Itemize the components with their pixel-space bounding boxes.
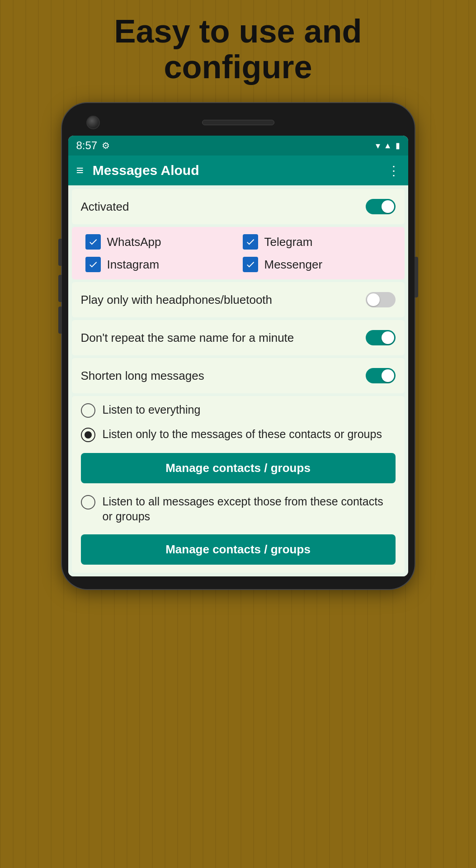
- manage-contacts-button-2[interactable]: Manage contacts / groups: [81, 534, 396, 565]
- signal-icon: ▲: [384, 141, 392, 151]
- checkbox-whatsapp-label: WhatsApp: [107, 235, 161, 249]
- camera: [86, 116, 100, 129]
- hamburger-icon[interactable]: ≡: [76, 164, 84, 177]
- speaker: [202, 120, 274, 125]
- radio-listen-everything[interactable]: Listen to everything: [81, 402, 396, 418]
- radio-label-only: Listen only to the messages of these con…: [103, 427, 382, 442]
- no-repeat-label: Don't repeat the same name for a minute: [81, 331, 294, 345]
- headline-text: Easy to use and: [114, 13, 362, 49]
- checkbox-telegram-label: Telegram: [264, 235, 313, 249]
- checkbox-instagram-box: [85, 257, 101, 272]
- activated-label: Activated: [81, 200, 129, 214]
- phone-screen: 8:57 ⚙ ▾ ▲ ▮ ≡ Messages Aloud ⋮ Activate…: [68, 136, 408, 576]
- checkbox-messenger[interactable]: Messenger: [243, 257, 391, 272]
- time-display: 8:57: [76, 139, 98, 152]
- app-toolbar: ≡ Messages Aloud ⋮: [68, 156, 408, 185]
- radio-circle-except: [81, 495, 95, 509]
- phone-top-bar: [68, 111, 408, 136]
- checkbox-whatsapp-box: [85, 234, 101, 250]
- shorten-toggle[interactable]: [366, 368, 396, 383]
- headphones-label: Play only with headphones/bluetooth: [81, 293, 273, 307]
- battery-icon: ▮: [396, 141, 400, 151]
- activated-card: Activated: [72, 189, 405, 224]
- radio-label-except: Listen to all messages except those from…: [103, 494, 396, 524]
- checkbox-telegram-box: [243, 234, 258, 250]
- wifi-icon: ▾: [376, 140, 380, 151]
- toolbar-left: ≡ Messages Aloud: [76, 163, 199, 178]
- checkboxes-card: WhatsApp Telegram Instagram: [72, 227, 405, 279]
- manage-contacts-button-1[interactable]: Manage contacts / groups: [81, 453, 396, 483]
- radio-circle-only: [81, 428, 95, 442]
- headphones-toggle[interactable]: [366, 292, 396, 307]
- radio-listen-only[interactable]: Listen only to the messages of these con…: [81, 427, 396, 442]
- checkbox-instagram[interactable]: Instagram: [85, 257, 234, 272]
- phone-shell: 8:57 ⚙ ▾ ▲ ▮ ≡ Messages Aloud ⋮ Activate…: [62, 103, 415, 589]
- radio-label-everything: Listen to everything: [103, 402, 201, 417]
- status-bar: 8:57 ⚙ ▾ ▲ ▮: [68, 136, 408, 156]
- status-time-area: 8:57 ⚙: [76, 139, 110, 152]
- headphones-card: Play only with headphones/bluetooth: [72, 282, 405, 317]
- checkbox-messenger-box: [243, 257, 258, 272]
- checkbox-telegram[interactable]: Telegram: [243, 234, 391, 250]
- shorten-card: Shorten long messages: [72, 358, 405, 393]
- no-repeat-toggle[interactable]: [366, 330, 396, 345]
- headline-text2: configure: [164, 49, 312, 85]
- shorten-label: Shorten long messages: [81, 369, 204, 383]
- radio-listen-except[interactable]: Listen to all messages except those from…: [81, 494, 396, 524]
- activated-toggle[interactable]: [366, 199, 396, 214]
- listen-card: Listen to everything Listen only to the …: [72, 396, 405, 573]
- checkbox-whatsapp[interactable]: WhatsApp: [85, 234, 234, 250]
- checkbox-messenger-label: Messenger: [264, 258, 323, 272]
- radio-circle-everything: [81, 403, 95, 418]
- app-title: Messages Aloud: [93, 163, 199, 178]
- gear-status-icon: ⚙: [102, 140, 110, 151]
- status-icons: ▾ ▲ ▮: [376, 140, 400, 151]
- more-icon[interactable]: ⋮: [387, 163, 400, 178]
- checkbox-instagram-label: Instagram: [107, 258, 160, 272]
- content-area: Activated WhatsApp: [68, 185, 408, 576]
- headline: Easy to use and configure: [96, 14, 380, 85]
- no-repeat-card: Don't repeat the same name for a minute: [72, 320, 405, 355]
